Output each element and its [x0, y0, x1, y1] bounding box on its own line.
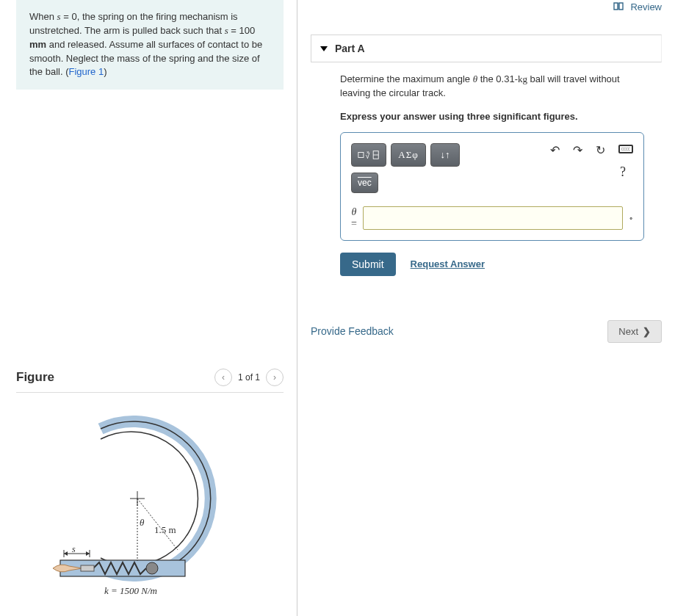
part-prompt: Determine the maximum angle θ the 0.31-k… — [340, 73, 644, 101]
svg-marker-10 — [64, 551, 68, 556]
part-label: Part A — [335, 43, 365, 54]
greek-button[interactable]: ΑΣφ — [391, 143, 426, 167]
vec-button[interactable]: vec — [351, 173, 378, 193]
radius-label: 1.5 m — [154, 524, 176, 536]
request-answer-link[interactable]: Request Answer — [411, 258, 485, 269]
collapse-icon — [320, 46, 328, 51]
submit-button[interactable]: Submit — [340, 253, 396, 276]
provide-feedback-link[interactable]: Provide Feedback — [311, 325, 394, 337]
s-label: s — [72, 544, 76, 555]
text: When — [29, 11, 57, 22]
text: = 0, the spring on the firing mechanism … — [29, 11, 238, 36]
figure-diagram: 1.5 m θ s k = 1500 N/m — [38, 403, 259, 601]
figure-next-button[interactable]: › — [266, 369, 284, 386]
text: ) — [104, 66, 107, 77]
figure-link[interactable]: Figure 1 — [68, 66, 104, 77]
help-button[interactable]: ? — [550, 164, 633, 180]
svg-point-1 — [146, 562, 158, 574]
variable-label: θ = — [351, 206, 357, 229]
answer-input[interactable] — [363, 206, 623, 230]
reset-icon[interactable]: ↻ — [596, 143, 605, 157]
figure-counter: 1 of 1 — [238, 372, 260, 383]
part-instruction: Express your answer using three signific… — [340, 111, 644, 122]
theta-label: θ — [140, 517, 144, 529]
svg-text:√: √ — [366, 151, 370, 160]
problem-statement: When s = 0, the spring on the firing mec… — [16, 0, 284, 90]
subscript-button[interactable]: ↓↑ — [430, 143, 460, 167]
unit-degree: ∘ — [629, 214, 633, 222]
svg-rect-13 — [358, 152, 364, 157]
text: and released. Assume all surfaces of con… — [29, 39, 262, 78]
redo-icon[interactable]: ↷ — [573, 143, 582, 157]
figure-prev-button[interactable]: ‹ — [214, 369, 232, 386]
answer-box: x √ ΑΣφ ↓↑ vec — [340, 132, 644, 241]
templates-button[interactable]: x √ — [351, 143, 386, 167]
book-icon — [613, 1, 627, 12]
svg-rect-2 — [81, 565, 94, 571]
chevron-right-icon: ❯ — [643, 326, 651, 337]
keyboard-icon[interactable] — [618, 143, 633, 156]
next-button[interactable]: Next ❯ — [607, 320, 662, 343]
undo-icon[interactable]: ↶ — [550, 143, 560, 157]
figure-title: Figure — [16, 370, 54, 385]
review-link[interactable]: Review — [311, 0, 662, 12]
text: = 100 — [228, 25, 256, 36]
svg-marker-11 — [86, 551, 90, 556]
k-label: k = 1500 N/m — [104, 585, 157, 597]
unit-mm: mm — [29, 39, 46, 50]
part-a-header[interactable]: Part A — [311, 35, 662, 62]
